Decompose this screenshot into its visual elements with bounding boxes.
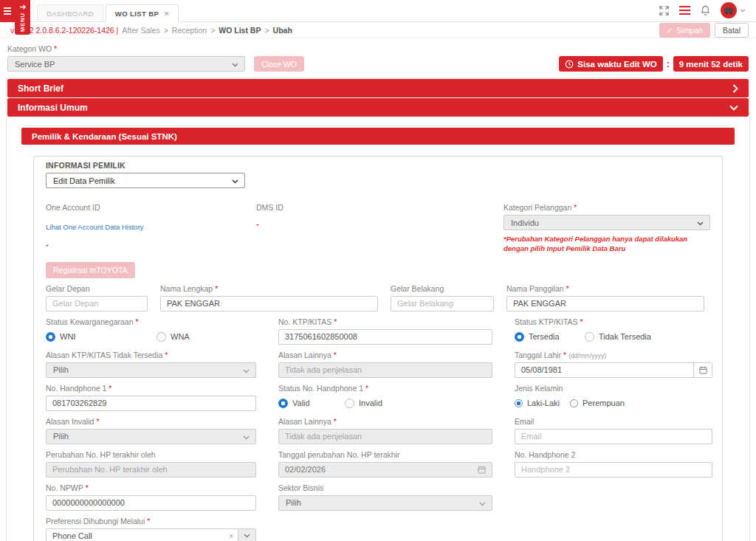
accordion-informasi-umum[interactable]: Informasi Umum <box>7 98 749 117</box>
menu-lines-icon[interactable] <box>679 6 690 15</box>
menu-toggle[interactable]: MENU <box>0 0 30 35</box>
bell-icon[interactable] <box>700 4 711 16</box>
informasi-pemilik-card: INFORMASI PEMILIK Edit Data Pemilik One … <box>33 156 723 541</box>
calendar-icon <box>478 466 486 474</box>
laki-laki-radio[interactable]: Laki-Laki <box>515 399 560 407</box>
valid-radio[interactable]: Valid <box>278 399 345 408</box>
timer-separator: : <box>667 59 670 69</box>
wni-radio[interactable]: WNI <box>46 332 157 342</box>
tab-wo-list-bp[interactable]: WO LIST BP × <box>106 4 179 22</box>
check-icon: ✓ <box>667 26 673 35</box>
jenis-kelamin-label: Jenis Kelamin <box>515 384 712 393</box>
accordion-panel: Short Brief Informasi Umum Pemilik & Ken… <box>6 77 750 541</box>
preferensi-label: Preferensi Dihubungi Melalui* <box>46 517 256 526</box>
wo-header-row: Kategori WO* Service BP Close WO Sisa wa… <box>0 38 756 72</box>
batal-button[interactable]: Batal <box>715 23 749 38</box>
chevron-down-icon <box>729 105 738 111</box>
tab-bar: DASHBOARD WO LIST BP × <box>37 4 179 21</box>
accordion-title: Short Brief <box>18 83 63 94</box>
preferensi-select[interactable]: Phone Call × <box>46 528 256 541</box>
gelar-depan-input[interactable] <box>46 296 148 311</box>
perempuan-radio[interactable]: Perempuan <box>570 399 625 407</box>
breadcrumb-reception[interactable]: Reception <box>172 26 207 35</box>
no-ktp-input[interactable] <box>278 329 492 345</box>
no-handphone1-input[interactable] <box>46 396 256 411</box>
kategori-wo-select: Service BP <box>7 56 245 72</box>
breadcrumb-after-sales[interactable]: After Sales <box>122 26 159 35</box>
nama-panggilan-label: Nama Panggilan* <box>506 284 704 293</box>
no-handphone1-label: No. Handphone 1* <box>46 384 256 393</box>
perubahan-hp-oleh-label: Perubahan No. HP terakhir oleh <box>46 450 256 459</box>
alasan-lainnya-ktp-input <box>278 362 492 378</box>
tanggal-perubahan-hp-label: Tanggal perubahan No. HP terakhir <box>278 450 492 459</box>
breadcrumb-wo-list-bp[interactable]: WO List BP <box>219 26 261 35</box>
wna-radio[interactable]: WNA <box>157 332 190 342</box>
no-npwp-label: No. NPWP* <box>46 483 256 492</box>
breadcrumb-separator: > <box>164 26 168 35</box>
alasan-ktp-label: Alasan KTP/KITAS Tidak Tersedia* <box>46 351 256 359</box>
radio-icon <box>46 332 55 342</box>
chevron-down-icon[interactable] <box>238 529 255 541</box>
breadcrumb-bar: v 1.8.2 2.0.8.6.2-120226-1426 | After Sa… <box>0 22 756 38</box>
chevron-down-icon <box>697 221 704 226</box>
nama-lengkap-input[interactable] <box>160 296 378 311</box>
dms-id-label: DMS ID <box>256 203 504 212</box>
chevron-down-icon <box>740 9 746 13</box>
user-menu[interactable] <box>721 2 746 18</box>
sektor-bisnis-label: Sektor Bisnis <box>278 483 492 492</box>
breadcrumb-separator: > <box>210 26 215 35</box>
data-pemilik-mode-select[interactable]: Edit Data Pemilik <box>46 173 245 188</box>
alasan-lainnya-hp-input <box>278 429 492 444</box>
no-ktp-label: No. KTP/KITAS* <box>278 317 492 326</box>
calendar-icon[interactable] <box>693 362 712 378</box>
radio-icon <box>157 332 166 342</box>
chevron-down-icon <box>243 369 250 373</box>
gelar-depan-label: Gelar Depan <box>46 284 148 293</box>
edit-timer: Sisa waktu Edit WO : 9 menit 52 detik <box>559 56 749 72</box>
status-ktp-label: Status KTP/KITAS* <box>515 317 712 326</box>
tanggal-perubahan-hp-input: 02/02/2026 <box>278 462 492 478</box>
chevron-down-icon <box>232 179 238 184</box>
top-bar: MENU DASHBOARD WO LIST BP × <box>0 0 756 22</box>
data-pemilik-mode-value: Edit Data Pemilik <box>53 176 115 185</box>
no-npwp-input[interactable] <box>46 495 256 511</box>
tab-label: DASHBOARD <box>47 10 94 18</box>
timer-label-badge: Sisa waktu Edit WO <box>559 56 662 72</box>
alasan-invalid-label: Alasan Invalid* <box>46 417 256 426</box>
accordion-short-brief[interactable]: Short Brief <box>7 79 749 97</box>
clear-icon[interactable]: × <box>224 529 238 541</box>
gelar-belakang-label: Gelar Belakang <box>391 284 494 293</box>
gelar-belakang-input[interactable] <box>391 296 494 311</box>
arrow-right-icon <box>19 4 27 10</box>
clock-icon <box>565 60 574 69</box>
menu-label: MENU <box>19 13 26 32</box>
radio-icon <box>515 399 523 407</box>
chevron-right-icon <box>732 84 738 93</box>
one-account-id-value: - <box>46 240 256 249</box>
tab-dashboard[interactable]: DASHBOARD <box>37 4 103 21</box>
avatar <box>721 2 737 18</box>
tidak-tersedia-radio[interactable]: Tidak Tersedia <box>585 332 651 342</box>
alasan-invalid-select: Pilih <box>46 429 256 444</box>
kategori-pelanggan-select: Individu <box>504 215 710 230</box>
registrasi-mtoyota-button: Registrasi mTOYOTA <box>46 262 135 278</box>
radio-icon <box>570 399 578 407</box>
close-icon[interactable]: × <box>164 10 169 18</box>
no-handphone2-label: No. Handphone 2 <box>515 450 712 459</box>
expand-icon[interactable] <box>659 5 670 16</box>
email-input[interactable] <box>515 429 712 444</box>
alasan-lainnya-ktp-label: Alasan Lainnya* <box>278 351 492 359</box>
one-account-id-label: One Account ID <box>46 203 256 212</box>
invalid-radio[interactable]: Invalid <box>345 399 382 408</box>
radio-icon <box>585 332 594 342</box>
nama-panggilan-input[interactable] <box>506 296 704 311</box>
alasan-lainnya-hp-label: Alasan Lainnya* <box>278 417 492 426</box>
radio-icon <box>278 399 288 408</box>
chevron-down-icon <box>232 63 238 67</box>
tanggal-lahir-input[interactable] <box>515 362 694 378</box>
tersedia-radio[interactable]: Tersedia <box>515 332 585 342</box>
dms-id-value: - <box>256 219 504 228</box>
one-account-history-link[interactable]: Lihat One Account Data History <box>46 223 144 231</box>
no-handphone2-input[interactable] <box>515 462 712 478</box>
simpan-label: Simpan <box>676 26 703 35</box>
